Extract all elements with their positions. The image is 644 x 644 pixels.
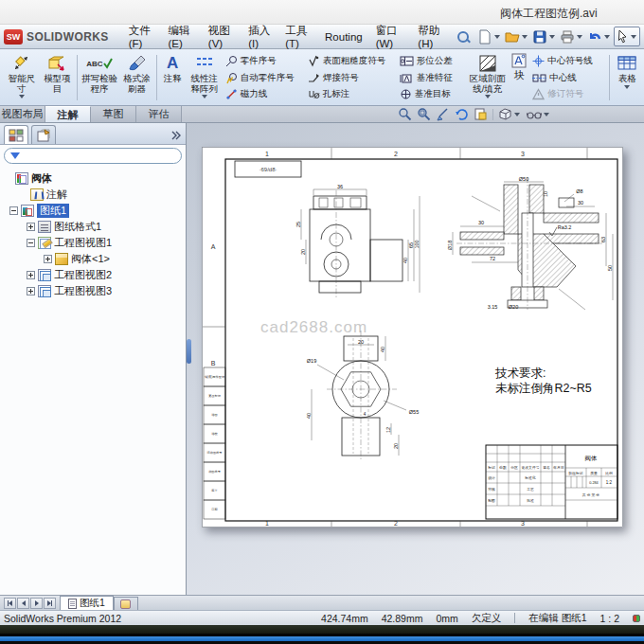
quick-tips-indicator-icon[interactable] (633, 615, 640, 622)
hole-callout-button[interactable]: 孔标注 (308, 87, 396, 101)
datum-feature-button[interactable]: 基准特征 (400, 71, 465, 85)
geometric-tolerance-button[interactable]: 形位公差 (400, 54, 465, 68)
property-manager-tab[interactable] (31, 125, 56, 144)
tree-item-sheet-format1[interactable]: 图纸格式1 (2, 219, 184, 235)
previous-view-icon[interactable] (436, 107, 450, 121)
linear-note-pattern-button[interactable]: 线性注释阵列 (186, 51, 224, 104)
svg-text:Ø8: Ø8 (576, 188, 582, 194)
drawing-view-icon (38, 237, 51, 249)
auto-balloon-button[interactable]: 自动零件序号 (225, 71, 304, 85)
panel-splitter-handle[interactable] (187, 339, 191, 364)
previous-sheet-button[interactable] (17, 598, 29, 609)
model-items-button[interactable]: 模型项目 (40, 51, 76, 104)
surface-finish-button[interactable]: 表面粗糙度符号 (308, 54, 396, 68)
model-items-icon (47, 53, 66, 74)
search-icon[interactable] (456, 29, 467, 45)
open-document-button[interactable] (504, 27, 530, 46)
tab-view-layout[interactable]: 视图布局 (0, 106, 45, 122)
note-button[interactable]: A 注释 (159, 51, 186, 104)
center-mark-button[interactable]: 中心符号线 (532, 54, 605, 68)
menu-window[interactable]: 窗口(W) (369, 21, 412, 52)
print-button[interactable] (559, 27, 585, 46)
tech-requirements-title: 技术要求: (494, 367, 546, 380)
tab-sketch[interactable]: 草图 (91, 106, 136, 122)
zoom-to-area-icon[interactable] (417, 107, 431, 121)
svg-text:100: 100 (414, 240, 420, 248)
expand-icon[interactable] (27, 223, 35, 231)
area-hatch-fill-button[interactable]: 区域剖面线/填充 (467, 51, 509, 104)
tree-item-drawing-view1[interactable]: 工程图视图1 (2, 235, 184, 251)
svg-text:1: 1 (265, 151, 269, 157)
menu-view[interactable]: 视图(V) (202, 21, 242, 52)
panel-expand-chevron-icon[interactable] (170, 131, 182, 140)
menu-file[interactable]: 文件(F) (122, 21, 162, 52)
tab-annotation[interactable]: 注解 (45, 106, 91, 122)
save-floppy-icon (532, 29, 547, 45)
revision-symbol-button[interactable]: 修订符号 (532, 87, 605, 101)
tree-item-annotations[interactable]: 注解 (2, 187, 184, 203)
tree-item-root[interactable]: 阀体 (2, 170, 184, 187)
tree-item-drawing-view2[interactable]: 工程图视图2 (2, 267, 184, 283)
menu-help[interactable]: 帮助(H) (411, 21, 452, 52)
feature-manager-tab[interactable] (4, 125, 28, 144)
surface-finish-label: 表面粗糙度符号 (323, 55, 386, 67)
drawing-sheet[interactable]: 1 2 3 1 2 3 A B ·69/d8· cad2688.com 技术要求… (202, 147, 623, 528)
solidworks-logo-icon: SW (4, 29, 23, 45)
property-manager-icon (36, 129, 51, 142)
tree-item-sheet1[interactable]: 图纸1 (2, 203, 184, 219)
rotate-view-icon[interactable] (455, 107, 469, 121)
datum-target-button[interactable]: 基准目标 (400, 87, 465, 101)
first-sheet-button[interactable] (4, 598, 16, 609)
svg-text:10: 10 (543, 191, 548, 197)
sheet-tab-1[interactable]: 图纸1 (60, 596, 114, 610)
svg-text:20: 20 (393, 443, 399, 449)
select-tool-button[interactable] (614, 27, 640, 46)
magnetic-line-button[interactable]: 磁力线 (225, 87, 304, 101)
tree-filter-input[interactable] (4, 148, 182, 164)
zoom-to-fit-icon[interactable] (398, 107, 412, 121)
expand-icon[interactable] (44, 255, 52, 263)
weld-symbol-button[interactable]: 焊接符号 (308, 71, 396, 85)
tab-evaluate[interactable]: 评估 (136, 106, 182, 122)
menu-routing[interactable]: Routing (318, 28, 369, 45)
balloon-button[interactable]: 零件序号 (225, 54, 304, 68)
spell-checker-button[interactable]: ABC 拼写检验程序 (80, 51, 119, 104)
next-sheet-button[interactable] (30, 598, 43, 609)
svg-text:3.15: 3.15 (488, 304, 498, 310)
tables-button[interactable]: 表格 (612, 51, 642, 104)
svg-text:30: 30 (578, 200, 583, 206)
printer-icon (560, 29, 575, 45)
save-button[interactable] (531, 27, 558, 46)
graphics-area[interactable]: 1 2 3 1 2 3 A B ·69/d8· cad2688.com 技术要求… (187, 123, 644, 595)
block-button[interactable]: 块 (508, 51, 530, 104)
svg-text:更改文件号: 更改文件号 (522, 465, 540, 470)
expand-icon[interactable] (27, 271, 35, 279)
expand-icon[interactable] (27, 287, 35, 295)
3d-drawing-view-icon[interactable] (474, 107, 488, 121)
last-sheet-button[interactable] (44, 598, 56, 609)
collapse-icon[interactable] (27, 239, 35, 247)
toolbar-separator (156, 55, 157, 100)
menu-edit[interactable]: 编辑(E) (162, 21, 202, 52)
menu-insert[interactable]: 插入(I) (242, 21, 278, 52)
collapse-icon[interactable] (9, 206, 18, 215)
svg-text:阶段标记: 阶段标记 (568, 471, 582, 475)
centerline-button[interactable]: 中心线 (532, 71, 605, 85)
datum-target-label: 基准目标 (415, 88, 451, 100)
add-sheet-tab[interactable] (114, 597, 138, 610)
menu-tools[interactable]: 工具(T) (278, 21, 318, 52)
display-style-button[interactable] (498, 107, 522, 121)
undo-button[interactable] (586, 27, 613, 46)
svg-text:20: 20 (358, 339, 364, 345)
format-painter-button[interactable]: 格式涂刷器 (119, 51, 155, 104)
block-icon (511, 53, 527, 68)
hide-show-items-button[interactable] (527, 109, 551, 120)
svg-text:20: 20 (300, 249, 306, 255)
tree-item-part[interactable]: 阀体<1> (2, 251, 184, 267)
svg-text:描图: 描图 (211, 413, 217, 417)
spell-checker-icon: ABC (86, 53, 112, 74)
new-document-button[interactable] (476, 27, 503, 46)
tree-item-drawing-view3[interactable]: 工程图视图3 (2, 283, 184, 299)
balloon-group: 零件序号 自动零件序号 磁力线 (224, 51, 306, 104)
smart-dimension-button[interactable]: 智能尺寸 (4, 51, 40, 104)
